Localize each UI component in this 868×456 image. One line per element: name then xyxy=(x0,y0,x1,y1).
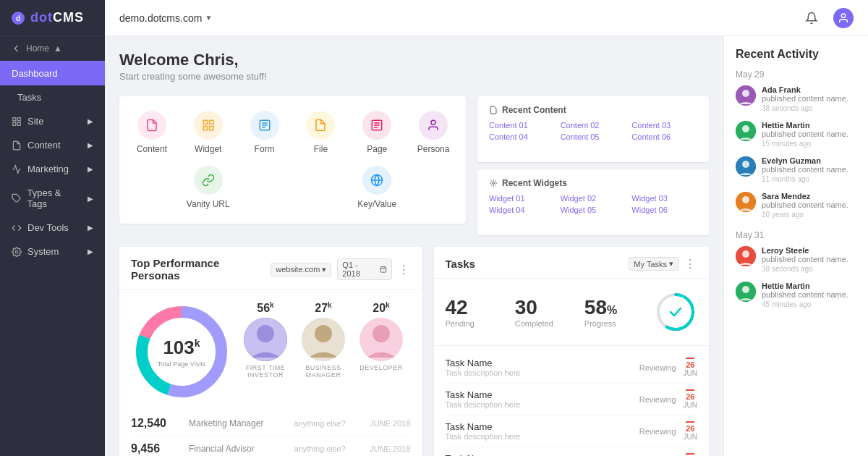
recent-content-4[interactable]: Content 04 xyxy=(489,132,555,141)
website-filter[interactable]: website.com ▾ xyxy=(271,263,331,276)
recent-widget-icon xyxy=(489,179,498,187)
quick-link-keyvalue[interactable]: Key/Value xyxy=(293,160,462,215)
sidebar-item-dev-tools[interactable]: Dev Tools ▶ xyxy=(0,216,105,240)
data-row-1: 12,540 Marketing Manager anything else? … xyxy=(131,411,411,436)
tasks-progress: 58% Progress xyxy=(584,296,642,328)
task-1-date-month: JUN xyxy=(684,369,697,377)
task-3-name: Task Name xyxy=(446,421,632,432)
tasks-more-button[interactable]: ⋮ xyxy=(684,257,697,271)
sidebar-item-content[interactable]: Content ▶ xyxy=(0,133,105,157)
file-quick-icon xyxy=(306,111,335,140)
persona-2-num: 27k xyxy=(315,301,331,315)
data-meta-1: anything else? xyxy=(294,419,346,428)
user-icon xyxy=(838,12,849,24)
page-svg xyxy=(370,119,383,132)
tasks-panel-title: Tasks xyxy=(446,258,475,270)
svg-rect-11 xyxy=(203,127,207,130)
donut-label: Total Page Visits xyxy=(158,360,205,368)
recent-widget-4[interactable]: Widget 04 xyxy=(489,206,555,214)
progress-circle xyxy=(654,290,697,334)
recent-content-header: Recent Content xyxy=(489,105,697,115)
quick-link-widget[interactable]: Widget xyxy=(180,105,237,160)
task-3-desc: Task description here xyxy=(446,432,632,441)
persona-1-num: 56k xyxy=(257,301,273,315)
period-filter[interactable]: Q1 - 2018 xyxy=(337,258,391,280)
content-icon xyxy=(12,140,22,151)
activity-avatar-img-2 xyxy=(736,121,756,141)
page-link-label: Page xyxy=(367,144,387,154)
svg-point-41 xyxy=(742,125,749,132)
task-4-info: Task Name Task description here xyxy=(446,453,632,456)
bell-icon xyxy=(805,12,818,25)
marketing-chevron: ▶ xyxy=(88,165,93,173)
logo-text: dotCMS xyxy=(30,10,84,25)
recent-content-box: Recent Content Content 01 Content 02 Con… xyxy=(477,96,709,162)
user-avatar[interactable] xyxy=(833,8,854,28)
quick-link-page[interactable]: Page xyxy=(349,105,405,160)
sidebar-item-dashboard[interactable]: Dashboard xyxy=(0,61,105,85)
system-chevron: ▶ xyxy=(88,248,93,256)
recent-content-2[interactable]: Content 02 xyxy=(561,121,626,130)
quick-link-content[interactable]: Content xyxy=(124,105,180,160)
donut-chart: 103k Total Page Visits xyxy=(131,301,232,402)
sidebar-item-marketing[interactable]: Marketing ▶ xyxy=(0,157,105,181)
recent-widgets-header: Recent Widgets xyxy=(489,178,697,188)
sidebar-item-tasks[interactable]: Tasks xyxy=(0,85,105,109)
page-quick-icon xyxy=(362,111,391,140)
recent-widget-2[interactable]: Widget 02 xyxy=(561,194,626,203)
notifications-button[interactable] xyxy=(801,8,822,28)
recent-widget-1[interactable]: Widget 01 xyxy=(489,194,555,203)
content-area: Welcome Chris, Start creating some aweso… xyxy=(105,36,868,456)
svg-point-49 xyxy=(742,286,749,293)
logo: d dotCMS xyxy=(0,0,105,36)
svg-point-18 xyxy=(431,120,435,124)
activity-avatar-img-1 xyxy=(736,85,756,106)
sidebar-item-types-tags[interactable]: Types & Tags ▶ xyxy=(0,181,105,216)
donut-number: 103k xyxy=(158,337,205,359)
quick-link-vanity[interactable]: Vanity URL xyxy=(124,160,293,215)
activity-text-6: Hettie Martin published content name. 45… xyxy=(762,282,856,308)
sidebar-item-site[interactable]: Site ▶ xyxy=(0,109,105,133)
vanity-quick-icon xyxy=(194,166,223,195)
quick-link-form[interactable]: Form xyxy=(237,105,293,160)
recent-content-1[interactable]: Content 01 xyxy=(489,121,555,130)
main-wrap: demo.dotcms.com ▼ Welcome Chris, Start c… xyxy=(105,0,868,456)
activity-date-may29: May 29 xyxy=(736,69,856,80)
svg-text:d: d xyxy=(16,14,20,22)
dev-chevron: ▶ xyxy=(88,224,93,232)
quick-link-file[interactable]: File xyxy=(292,105,349,160)
recent-widget-5[interactable]: Widget 05 xyxy=(561,206,626,214)
quick-link-persona[interactable]: Persona xyxy=(405,105,461,160)
persona-1-avatar xyxy=(244,318,287,361)
activity-text-2: Hettie Martin published content name. 15… xyxy=(762,121,856,148)
task-1-status: Reviewing xyxy=(639,363,676,372)
recent-content-3[interactable]: Content 03 xyxy=(631,121,697,130)
personas-controls: website.com ▾ Q1 - 2018 ⋮ xyxy=(271,258,410,280)
back-button[interactable]: Home ▲ xyxy=(0,36,105,61)
sidebar-item-system[interactable]: System ▶ xyxy=(0,240,105,263)
activity-group-may29: May 29 Ada Frank published content name.… xyxy=(736,69,856,219)
personas-panel: Top Performance Personas website.com ▾ Q… xyxy=(119,247,422,456)
svg-point-45 xyxy=(742,196,749,203)
activity-avatar-4 xyxy=(736,192,756,212)
task-4-date-num: 26 xyxy=(686,453,694,456)
persona-data-table: 12,540 Marketing Manager anything else? … xyxy=(131,411,411,456)
form-link-label: Form xyxy=(255,144,275,154)
persona-1-name: FIRST TIMEINVESTOR xyxy=(246,364,286,379)
activity-item-4: Sara Mendez published content name. 10 y… xyxy=(736,192,856,219)
site-label: Site xyxy=(27,116,43,127)
recent-widget-3[interactable]: Widget 03 xyxy=(631,194,697,203)
vanity-link-label: Vanity URL xyxy=(187,199,230,209)
personas-more-button[interactable]: ⋮ xyxy=(398,263,411,276)
domain-selector[interactable]: demo.dotcms.com ▼ xyxy=(119,12,212,24)
activity-action-6: published content name. xyxy=(762,290,856,299)
recent-content-6[interactable]: Content 06 xyxy=(631,132,697,141)
recent-content-title: Recent Content xyxy=(502,105,566,115)
task-3-status: Reviewing xyxy=(639,427,676,436)
recent-content-5[interactable]: Content 05 xyxy=(561,132,626,141)
widget-quick-icon xyxy=(194,111,223,140)
data-date-1: JUNE 2018 xyxy=(353,419,411,428)
tasks-filter[interactable]: My Tasks ▾ xyxy=(629,257,678,271)
task-3-info: Task Name Task description here xyxy=(446,421,632,441)
recent-widget-6[interactable]: Widget 06 xyxy=(631,206,697,214)
